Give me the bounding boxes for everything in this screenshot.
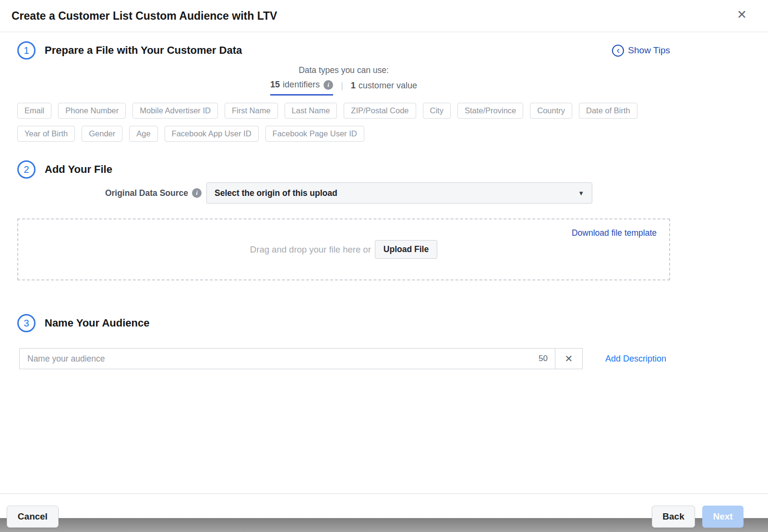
divider: | (341, 81, 343, 95)
identifiers-tab[interactable]: 15 identifiers i (270, 80, 333, 96)
chip-phone-number: Phone Number (58, 103, 126, 119)
step3-number-badge: 3 (17, 314, 36, 332)
step2-header: 2 Add Your File (17, 160, 670, 179)
customer-value-count: 1 (351, 81, 356, 91)
drag-drop-text: Drag and drop your file here or (250, 244, 371, 255)
data-types-section: Data types you can use: 15 identifiers i… (17, 65, 670, 96)
info-icon[interactable]: i (192, 188, 202, 198)
add-description-link[interactable]: Add Description (605, 354, 666, 364)
audience-name-field: 50 (19, 348, 555, 369)
show-tips-label: Show Tips (628, 45, 670, 56)
audience-name-input[interactable] (20, 354, 539, 364)
cancel-button[interactable]: Cancel (7, 506, 59, 528)
step3-header: 3 Name Your Audience (17, 314, 670, 332)
step1-header: 1 Prepare a File with Your Customer Data… (17, 41, 670, 60)
customer-list-dialog: Create a Customer List Custom Audience w… (0, 0, 768, 532)
back-button[interactable]: Back (652, 506, 695, 528)
chip-city: City (423, 103, 451, 119)
show-tips-link[interactable]: ‹ Show Tips (612, 45, 670, 57)
identifiers-label: identifiers (283, 80, 320, 90)
chip-mobile-advertiser-id: Mobile Advertiser ID (132, 103, 218, 119)
chevron-down-icon: ▼ (578, 190, 584, 197)
chip-date-of-birth: Date of Birth (579, 103, 637, 119)
clear-input-icon[interactable]: ✕ (555, 348, 583, 369)
customer-value-label: customer value (359, 81, 417, 91)
customer-value-tab: 1 customer value (351, 81, 417, 95)
identifier-chip-list: Email Phone Number Mobile Advertiser ID … (17, 103, 670, 149)
dialog-header: Create a Customer List Custom Audience w… (0, 0, 768, 32)
dialog-content: 1 Prepare a File with Your Customer Data… (17, 41, 670, 369)
dialog-title: Create a Customer List Custom Audience w… (12, 10, 277, 23)
step1-title: Prepare a File with Your Customer Data (45, 44, 242, 57)
step1-number-badge: 1 (17, 41, 36, 60)
step3-title: Name Your Audience (45, 317, 149, 329)
chip-age: Age (129, 126, 157, 142)
chip-state-province: State/Province (457, 103, 523, 119)
step2-number-badge: 2 (17, 160, 36, 179)
char-count: 50 (539, 354, 555, 363)
identifiers-count: 15 (270, 80, 280, 90)
original-data-source-row: Original Data Source i Select the origin… (17, 182, 670, 204)
info-icon[interactable]: i (324, 80, 333, 90)
chip-email: Email (17, 103, 51, 119)
close-icon[interactable]: ✕ (737, 9, 747, 21)
origin-select-value: Select the origin of this upload (215, 188, 337, 198)
next-button[interactable]: Next (702, 506, 744, 528)
upload-file-button[interactable]: Upload File (375, 240, 437, 259)
chip-last-name: Last Name (285, 103, 337, 119)
chevron-left-circle-icon: ‹ (612, 45, 624, 57)
data-types-heading: Data types you can use: (17, 65, 670, 75)
chip-facebook-page-user-id: Facebook Page User ID (265, 126, 364, 142)
chip-year-of-birth: Year of Birth (17, 126, 75, 142)
chip-gender: Gender (82, 126, 122, 142)
original-data-source-label-wrap: Original Data Source i (17, 188, 202, 198)
drop-zone-center: Drag and drop your file here or Upload F… (18, 219, 669, 279)
chip-first-name: First Name (225, 103, 278, 119)
chip-facebook-app-user-id: Facebook App User ID (165, 126, 259, 142)
step2-title: Add Your File (45, 163, 112, 176)
chip-zip-postal-code: ZIP/Postal Code (344, 103, 416, 119)
original-data-source-label: Original Data Source (105, 188, 188, 198)
audience-name-row: 50 ✕ Add Description (19, 348, 670, 369)
origin-select-dropdown[interactable]: Select the origin of this upload ▼ (206, 182, 592, 204)
file-drop-zone[interactable]: Download file template Drag and drop you… (17, 218, 670, 280)
dialog-footer: Cancel Back Next (0, 494, 768, 532)
chip-country: Country (530, 103, 572, 119)
data-types-counts: 15 identifiers i | 1 customer value (17, 80, 670, 96)
